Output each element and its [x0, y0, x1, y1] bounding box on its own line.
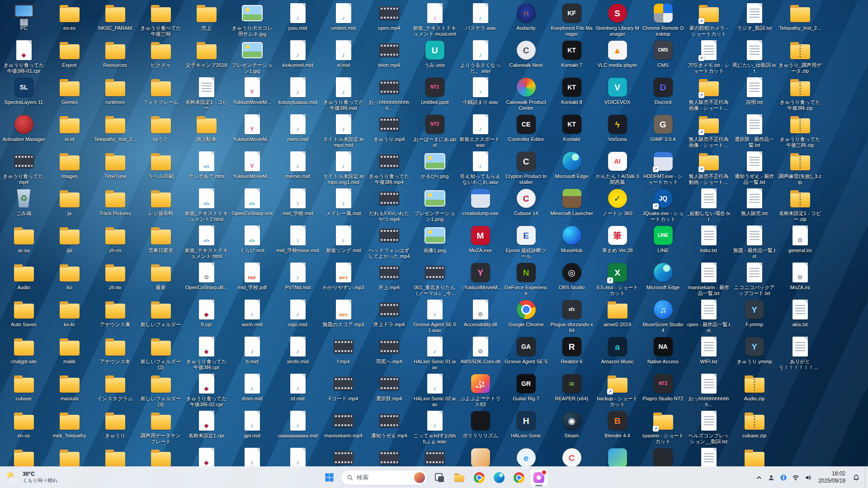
- desktop-icon[interactable]: ♻ ごみ箱: [1, 185, 47, 222]
- desktop-icon[interactable]: 無人販売不正行為動画 - ショートカット: [686, 148, 731, 185]
- desktop-icon[interactable]: ♪ きゅうり食ってた午後3時.mid: [321, 74, 366, 111]
- desktop-icon[interactable]: 路上駐車: [184, 111, 229, 148]
- desktop-icon[interactable]: きゅうりボカコレ用サムネ.jpg: [229, 0, 275, 37]
- desktop-icon[interactable]: Y YukkuriMovieM...: [229, 111, 275, 148]
- desktop-icon[interactable]: 家の防犯カメラ - ショートカット: [686, 0, 731, 37]
- desktop-icon[interactable]: N GeForce Experience: [503, 259, 549, 296]
- desktop-icon[interactable]: open - 親作品一覧.txt: [686, 296, 731, 333]
- desktop-icon[interactable]: MP3 わかりやすい.mp3: [321, 259, 366, 296]
- desktop-icon[interactable]: PC: [1, 0, 47, 37]
- desktop-icon[interactable]: ヘッドフォンはずしてよかった.mp4: [366, 222, 412, 259]
- desktop-icon[interactable]: sfz Plogue sforzando x64: [549, 296, 594, 333]
- desktop-icon[interactable]: teion.mp4: [366, 37, 412, 74]
- desktop-icon[interactable]: PDF mid_学校.pdf: [229, 259, 275, 296]
- desktop-icon[interactable]: ピクチャ: [138, 37, 184, 74]
- desktop-icon[interactable]: 通知うぜえ - 親作品一覧.txt: [731, 148, 777, 185]
- desktop-icon[interactable]: Audio: [1, 259, 47, 296]
- desktop-icon[interactable]: 無人販売不正行為画像 - ショートカット: [686, 111, 731, 148]
- chrome-taskbar-button[interactable]: [470, 469, 488, 487]
- desktop-icon[interactable]: プレゼンテーション1.png: [412, 185, 458, 222]
- desktop-icon[interactable]: ar-sa: [1, 222, 47, 259]
- desktop-icon[interactable]: ♪ 答え知ってもらえないわこれ.wav: [458, 148, 503, 185]
- desktop-icon[interactable]: ♪ dram.mid: [229, 371, 275, 408]
- desktop-icon[interactable]: ♪ sirofo.mid: [275, 333, 321, 371]
- desktop-icon[interactable]: きゅうり食ってた午後三時.zip: [777, 111, 823, 148]
- desktop-icon[interactable]: ⚙ OpenCvSharp.dll...: [184, 259, 229, 296]
- edge-taskbar-button[interactable]: [490, 469, 508, 487]
- desktop-icon[interactable]: NT2 Untitled.ppsf: [412, 74, 458, 111]
- desktop-icon[interactable]: </> 新規_テキストドキュメント2.html: [184, 185, 229, 222]
- desktop-icon[interactable]: es-es: [47, 0, 92, 37]
- desktop-icon[interactable]: ϟ VoiSona: [594, 111, 640, 148]
- desktop-icon[interactable]: 選択肢 - 親作品一覧.txt: [731, 111, 777, 148]
- desktop-icon[interactable]: KF Keepforest File Manager: [549, 0, 594, 37]
- desktop-icon[interactable]: MP3 無題のスコア.mp3: [321, 296, 366, 333]
- desktop-icon[interactable]: ♪ jusu.mid: [275, 0, 321, 37]
- desktop-icon[interactable]: 新しいフォルダー (3): [138, 371, 184, 408]
- desktop-icon[interactable]: ♪ xl.mid: [321, 37, 366, 74]
- desktop-icon[interactable]: きゅうり食ってた午後3時.mp4: [366, 148, 412, 185]
- start-button[interactable]: [320, 469, 338, 487]
- desktop-icon[interactable]: a Amazon Music: [594, 333, 640, 371]
- desktop-icon[interactable]: GA Groove Agent SE 5: [503, 333, 549, 371]
- desktop-icon[interactable]: runtimes: [92, 74, 138, 111]
- desktop-icon[interactable]: 井上.mp4: [366, 259, 412, 296]
- desktop-icon[interactable]: 説明.txt: [731, 74, 777, 111]
- search-box[interactable]: 検索: [341, 470, 428, 485]
- desktop-icon[interactable]: X 9.5.xlsx - ショートカット: [594, 259, 640, 296]
- weather-widget[interactable]: 30°C くもり時々晴れ: [3, 469, 63, 486]
- desktop-icon[interactable]: きゅうり: [92, 408, 138, 445]
- desktop-icon[interactable]: Minecraft Launcher: [549, 185, 594, 222]
- desktop-icon[interactable]: 井上ドラ.mp4: [366, 296, 412, 333]
- desktop-icon[interactable]: jijii: [47, 222, 92, 259]
- desktop-icon[interactable]: ニコニコバックアップコード.txt: [731, 259, 777, 296]
- desktop-icon[interactable]: ♪ mid_学校.mid: [275, 185, 321, 222]
- desktop-icon[interactable]: ⚙ AWSSDK.Core.dll: [458, 333, 503, 371]
- desktop-icon[interactable]: かるび<.png: [412, 148, 458, 185]
- desktop-icon[interactable]: ♪ gpt.mid: [229, 408, 275, 445]
- desktop-icon[interactable]: ja: [47, 185, 92, 222]
- desktop-icon[interactable]: Y YukkuriMovieM...: [229, 74, 275, 111]
- desktop-icon[interactable]: syasinn - ショートカット: [640, 408, 686, 445]
- desktop-icon[interactable]: E Epson 接続診断ツール: [503, 222, 549, 259]
- desktop-icon[interactable]: 調声練習(失敗)_3.zip: [777, 148, 823, 185]
- desktop-icon[interactable]: V VOICEVOX: [594, 74, 640, 111]
- desktop-icon[interactable]: ♪ HALion Sonic 01.wav: [412, 333, 458, 371]
- desktop-icon[interactable]: ⚙ general.ini: [777, 222, 823, 259]
- chevron-up-icon[interactable]: [753, 471, 765, 484]
- desktop-icon[interactable]: ♪ umibet.mid: [321, 0, 366, 37]
- desktop-icon[interactable]: 父子キャンプ2018: [184, 37, 229, 74]
- desktop-icon[interactable]: プレゼンテーション1.jpg: [229, 37, 275, 74]
- desktop-icon[interactable]: ♫ MuseScore Studio 4: [640, 296, 686, 333]
- desktop-icon[interactable]: MuseHub: [549, 222, 594, 259]
- desktop-icon[interactable]: 選択肢.mp4: [366, 371, 412, 408]
- desktop-icon[interactable]: cubase.zip: [731, 408, 777, 445]
- desktop-icon[interactable]: ♪ kotusytuaaus.mid: [275, 74, 321, 111]
- desktop-icon[interactable]: ♪ HALion Sonic 02.wav: [412, 371, 458, 408]
- desktop-icon[interactable]: ∩ Audacity: [503, 0, 549, 37]
- desktop-icon[interactable]: ♪ タイトル未設定.tempo.mid: [321, 111, 366, 148]
- desktop-icon[interactable]: ヘルズコンブレッション__歌詞.txt: [686, 408, 731, 445]
- task-view-taskbar-button[interactable]: [430, 469, 448, 487]
- desktop-icon[interactable]: Microsoft Edge: [549, 148, 594, 185]
- desktop-icon[interactable]: malib: [47, 333, 92, 371]
- desktop-icon[interactable]: ko: [47, 259, 92, 296]
- desktop-icon[interactable]: Images: [47, 148, 92, 185]
- desktop-icon[interactable]: 筆 筆まめ Ver.28: [594, 222, 640, 259]
- desktop-icon[interactable]: zh-tw: [92, 259, 138, 296]
- desktop-icon[interactable]: G GIMP 3.0.4: [640, 111, 686, 148]
- desktop-icon[interactable]: ぷ ぷよぷよ™テトリス®2: [458, 371, 503, 408]
- desktop-icon[interactable]: ◆ きゅうり食ってた午後3時-01.cpr: [1, 37, 47, 74]
- desktop-icon[interactable]: Export: [47, 37, 92, 74]
- desktop-icon[interactable]: Y （YukkuriMovieM...: [458, 259, 503, 296]
- desktop-icon[interactable]: 死にたい_ゆ歌詞.txt: [731, 37, 777, 74]
- desktop-icon[interactable]: ♪ 新規エクスポート.wav: [458, 111, 503, 148]
- desktop-icon[interactable]: ありがとう！！！！！！！.txt: [777, 333, 823, 371]
- clock[interactable]: 16:02 2025/09/19: [815, 469, 849, 485]
- desktop-icon[interactable]: ◎ OBS Studio: [549, 259, 594, 296]
- desktop-icon[interactable]: ✓ ノートン 360: [594, 185, 640, 222]
- desktop-icon[interactable]: AI かんたん！AITalk 3 関西風: [594, 148, 640, 185]
- desktop-icon[interactable]: Audio.zip: [731, 371, 777, 408]
- desktop-icon[interactable]: 新しいフォルダー (2): [138, 333, 184, 371]
- desktop-icon[interactable]: ◆ きゅうり食ってた午後3時.cpr: [184, 333, 229, 371]
